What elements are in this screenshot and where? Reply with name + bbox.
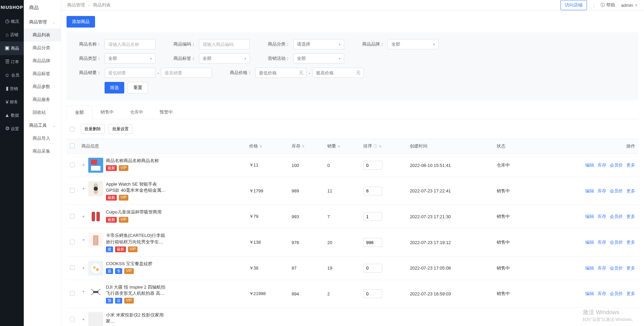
sort-input[interactable] [363, 264, 382, 273]
vip-price-link[interactable]: 会员价 [610, 291, 623, 296]
product-tag-select[interactable]: 全部▾ [199, 53, 250, 64]
sort-input[interactable] [363, 187, 382, 195]
nav-sub-item[interactable]: 商品分类 [24, 41, 61, 54]
product-name-input[interactable] [105, 39, 155, 49]
sort-input[interactable] [363, 238, 382, 247]
stock-link[interactable]: 库存 [597, 188, 606, 193]
col-sales[interactable]: 销量⇅ [324, 139, 360, 154]
price-max-input[interactable] [313, 68, 353, 78]
product-name[interactable]: Apple Watch SE 智能手表 GPS款 40毫米米金色铝金属表壳 星光… [106, 181, 167, 193]
tab-仓库中[interactable]: 仓库中 [122, 106, 151, 119]
stock-link[interactable]: 库存 [597, 214, 606, 219]
nav-sub-item[interactable]: 商品品牌 [24, 54, 61, 67]
stock-link[interactable]: 库存 [597, 240, 606, 245]
nav-sub-item[interactable]: 商品导入 [24, 132, 61, 145]
col-stock[interactable]: 库存⇅ [288, 139, 324, 154]
nav-订单[interactable]: ☰订单 [0, 55, 24, 69]
edit-link[interactable]: 编辑 [585, 162, 594, 168]
row-checkbox[interactable] [70, 188, 75, 193]
more-link[interactable]: 更多 [626, 162, 635, 168]
product-type-select[interactable]: 全部▾ [105, 53, 155, 64]
nav-sub-item[interactable]: 商品服务 [24, 93, 61, 106]
nav-sub-item[interactable]: 商品标签 [24, 67, 61, 80]
expand-toggle[interactable]: + [81, 181, 86, 191]
row-checkbox[interactable] [70, 240, 75, 244]
product-name[interactable]: DJI 大疆 悟 Inspire 2 四轴航拍飞行器变形无人机航拍器 高清影… [106, 284, 167, 296]
add-product-button[interactable]: 添加商品 [67, 16, 95, 28]
edit-link[interactable]: 编辑 [585, 240, 594, 245]
nav-营销[interactable]: ▮营销 [0, 82, 24, 96]
product-name[interactable]: COOKSS 宝宝餐盘硅胶 [106, 261, 152, 267]
nav-category[interactable]: 商品管理⌄ [24, 16, 61, 29]
tab-全部[interactable]: 全部 [67, 106, 92, 119]
bulk-delete-button[interactable]: 批量删除 [81, 124, 105, 134]
select-all-checkbox[interactable] [70, 127, 75, 132]
sales-max-input[interactable] [161, 68, 212, 78]
vip-price-link[interactable]: 会员价 [610, 188, 623, 193]
stock-link[interactable]: 库存 [597, 291, 606, 296]
more-link[interactable]: 更多 [626, 291, 635, 296]
nav-数据[interactable]: ▲数据 [0, 109, 24, 122]
nav-sub-item[interactable]: 商品列表 [24, 29, 61, 41]
product-name[interactable]: 小米 米家投影仪2 投影仪家用 家… [106, 312, 167, 324]
vip-price-link[interactable]: 会员价 [610, 162, 623, 168]
nav-会员[interactable]: ☺会员 [0, 69, 24, 82]
sort-input[interactable] [363, 289, 382, 298]
row-checkbox[interactable] [70, 291, 75, 296]
edit-link[interactable]: 编辑 [585, 291, 594, 296]
edit-link[interactable]: 编辑 [585, 188, 594, 193]
vip-price-link[interactable]: 会员价 [610, 265, 623, 271]
nav-sub-item[interactable]: 商品参数 [24, 80, 61, 93]
sort-input[interactable] [363, 212, 382, 221]
product-category-select[interactable]: 请选择▾ [293, 39, 344, 49]
stock-link[interactable]: 库存 [597, 265, 606, 271]
user-menu[interactable]: admin ▼ [621, 3, 638, 8]
tab-销售中[interactable]: 销售中 [92, 106, 122, 119]
tab-预警中[interactable]: 预警中 [151, 106, 181, 119]
nav-设置[interactable]: ⚙设置 [0, 122, 24, 136]
nav-category[interactable]: 商品工具⌄ [24, 119, 61, 132]
expand-toggle[interactable]: + [81, 233, 86, 242]
help-link[interactable]: ⓘ 帮助 [601, 2, 615, 8]
vip-price-link[interactable]: 会员价 [610, 240, 623, 245]
nav-商品[interactable]: ▣商品 [0, 41, 24, 55]
row-checkbox[interactable] [70, 214, 75, 219]
more-link[interactable]: 更多 [626, 265, 635, 271]
header-checkbox[interactable] [70, 143, 75, 148]
row-checkbox[interactable] [70, 265, 75, 270]
reset-button[interactable]: 重置 [128, 82, 148, 93]
more-link[interactable]: 更多 [626, 188, 635, 193]
bulk-set-button[interactable]: 批量设置 [109, 124, 132, 134]
filter-button[interactable]: 筛选 [105, 82, 124, 93]
price-min-input[interactable] [256, 68, 296, 78]
row-checkbox[interactable] [70, 317, 75, 322]
stock-link[interactable]: 库存 [597, 162, 606, 168]
vip-price-link[interactable]: 会员价 [610, 214, 623, 219]
row-checkbox[interactable] [70, 162, 75, 167]
nav-财务[interactable]: ¥财务 [0, 96, 24, 109]
visit-shop-button[interactable]: 访问店铺 [560, 0, 587, 10]
expand-toggle[interactable]: + [81, 158, 86, 168]
more-link[interactable]: 更多 [626, 214, 635, 219]
expand-toggle[interactable]: + [81, 261, 86, 271]
product-name[interactable]: 卡帝乐鳄鱼(CARTELO)行李箱旅行箱铝框万向轮男女学生拉杆箱… [106, 233, 167, 245]
product-brand-select[interactable]: 全部▾ [388, 39, 439, 49]
nav-sub-item[interactable]: 商品采集 [24, 145, 61, 158]
sort-input[interactable] [363, 161, 382, 170]
more-link[interactable]: 更多 [626, 240, 635, 245]
col-sort[interactable]: 排序ⓘ⇅ [360, 139, 407, 154]
product-promo-select[interactable]: 全部▾ [293, 53, 344, 64]
product-code-input[interactable] [199, 39, 250, 49]
edit-link[interactable]: 编辑 [585, 214, 594, 219]
nav-概况[interactable]: ◷概况 [0, 15, 24, 28]
sales-min-input[interactable] [105, 68, 155, 78]
col-price[interactable]: 价格⇅ [246, 139, 288, 154]
edit-link[interactable]: 编辑 [585, 265, 594, 271]
product-name[interactable]: Cuipo儿童保温杯带吸管两用 [106, 209, 162, 215]
expand-toggle[interactable]: + [81, 312, 86, 322]
expand-toggle[interactable]: + [81, 284, 86, 294]
expand-toggle[interactable]: + [81, 209, 86, 219]
nav-店铺[interactable]: ⌂店铺 [0, 28, 24, 41]
nav-sub-item[interactable]: 回收站 [24, 106, 61, 119]
product-name[interactable]: 商品名称商品名称商品名称 [106, 158, 159, 164]
